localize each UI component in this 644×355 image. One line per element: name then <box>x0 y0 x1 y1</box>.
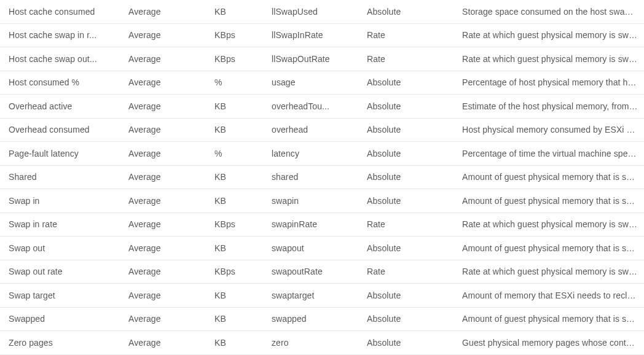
cell-internal: llSwapOutRate <box>263 54 358 64</box>
cell-stats: Absolute <box>358 243 454 253</box>
table-row[interactable]: Swap inAverageKBswapinAbsoluteAmount of … <box>0 189 644 213</box>
cell-unit: KBps <box>206 267 263 276</box>
cell-desc: Amount of memory that ESXi needs to recl… <box>454 291 644 300</box>
cell-stats: Absolute <box>358 172 454 182</box>
cell-rollup: Average <box>120 125 206 135</box>
cell-desc: Storage space consumed on the host swap … <box>454 7 644 17</box>
table-row[interactable]: Page-fault latencyAverage%latencyAbsolut… <box>0 142 644 166</box>
cell-internal: overhead <box>263 125 358 135</box>
cell-rollup: Average <box>120 77 206 87</box>
cell-unit: KBps <box>206 30 263 40</box>
cell-unit: KB <box>206 314 263 324</box>
cell-name: Shared <box>0 172 120 182</box>
cell-desc: Amount of guest physical memory that is … <box>454 172 644 182</box>
cell-desc: Rate at which guest physical memory is s… <box>454 267 644 276</box>
table-row[interactable]: Host cache swap in r...AverageKBpsllSwap… <box>0 24 644 48</box>
cell-internal: latency <box>263 149 358 158</box>
cell-name: Host consumed % <box>0 77 120 87</box>
cell-unit: KB <box>206 338 263 348</box>
table-row[interactable]: SharedAverageKBsharedAbsoluteAmount of g… <box>0 166 644 190</box>
cell-unit: KB <box>206 7 263 17</box>
cell-rollup: Average <box>120 219 206 229</box>
cell-stats: Rate <box>358 219 454 229</box>
cell-desc: Amount of guest physical memory that is … <box>454 314 644 324</box>
cell-rollup: Average <box>120 243 206 253</box>
cell-name: Swap out rate <box>0 267 120 276</box>
table-row[interactable]: SwappedAverageKBswappedAbsoluteAmount of… <box>0 308 644 332</box>
cell-stats: Absolute <box>358 196 454 206</box>
cell-name: Overhead consumed <box>0 125 120 135</box>
cell-name: Page-fault latency <box>0 149 120 158</box>
table-row[interactable]: Overhead consumedAverageKBoverheadAbsolu… <box>0 119 644 142</box>
cell-desc: Guest physical memory pages whose conte.… <box>454 338 644 348</box>
cell-name: Zero pages <box>0 338 120 348</box>
cell-internal: swapout <box>263 243 358 253</box>
cell-internal: shared <box>263 172 358 182</box>
cell-name: Host cache consumed <box>0 7 120 17</box>
cell-unit: % <box>206 149 263 158</box>
table-row[interactable]: Swap outAverageKBswapoutAbsoluteAmount o… <box>0 236 644 260</box>
cell-internal: swaptarget <box>263 291 358 300</box>
cell-internal: llSwapUsed <box>263 7 358 17</box>
cell-stats: Absolute <box>358 101 454 111</box>
cell-stats: Absolute <box>358 77 454 87</box>
cell-internal: swapoutRate <box>263 267 358 276</box>
cell-desc: Estimate of the host physical memory, fr… <box>454 101 644 111</box>
cell-name: Host cache swap in r... <box>0 30 120 40</box>
cell-internal: overheadTou... <box>263 101 358 111</box>
cell-desc: Amount of guest physical memory that is … <box>454 243 644 253</box>
table-row[interactable]: Swap in rateAverageKBpsswapinRateRateRat… <box>0 213 644 237</box>
cell-internal: swapinRate <box>263 219 358 229</box>
cell-rollup: Average <box>120 149 206 158</box>
cell-rollup: Average <box>120 338 206 348</box>
cell-name: Host cache swap out... <box>0 54 120 64</box>
cell-desc: Rate at which guest physical memory is s… <box>454 30 644 40</box>
table-row[interactable]: Swap out rateAverageKBpsswapoutRateRateR… <box>0 260 644 284</box>
cell-unit: % <box>206 77 263 87</box>
table-row[interactable]: Host consumed %Average%usageAbsolutePerc… <box>0 71 644 95</box>
cell-stats: Absolute <box>358 338 454 348</box>
cell-stats: Absolute <box>358 314 454 324</box>
table-row[interactable]: Host cache swap out...AverageKBpsllSwapO… <box>0 47 644 71</box>
cell-internal: llSwapInRate <box>263 30 358 40</box>
cell-stats: Rate <box>358 54 454 64</box>
cell-desc: Rate at which guest physical memory is s… <box>454 54 644 64</box>
cell-internal: swapin <box>263 196 358 206</box>
cell-desc: Percentage of host physical memory that … <box>454 77 644 87</box>
cell-unit: KBps <box>206 54 263 64</box>
cell-name: Overhead active <box>0 101 120 111</box>
cell-rollup: Average <box>120 196 206 206</box>
cell-unit: KB <box>206 172 263 182</box>
table-row[interactable]: Zero pagesAverageKBzeroAbsoluteGuest phy… <box>0 331 644 355</box>
cell-rollup: Average <box>120 291 206 300</box>
cell-unit: KB <box>206 243 263 253</box>
cell-stats: Absolute <box>358 125 454 135</box>
cell-name: Swap out <box>0 243 120 253</box>
table-row[interactable]: Swap targetAverageKBswaptargetAbsoluteAm… <box>0 284 644 308</box>
cell-stats: Absolute <box>358 7 454 17</box>
cell-unit: KBps <box>206 219 263 229</box>
cell-stats: Rate <box>358 267 454 276</box>
cell-unit: KB <box>206 291 263 300</box>
cell-desc: Host physical memory consumed by ESXi d.… <box>454 125 644 135</box>
cell-name: Swap target <box>0 291 120 300</box>
cell-unit: KB <box>206 125 263 135</box>
cell-internal: swapped <box>263 314 358 324</box>
cell-desc: Percentage of time the virtual machine s… <box>454 149 644 158</box>
cell-name: Swap in <box>0 196 120 206</box>
cell-desc: Rate at which guest physical memory is s… <box>454 219 644 229</box>
table-row[interactable]: Overhead activeAverageKBoverheadTou...Ab… <box>0 95 644 119</box>
cell-rollup: Average <box>120 7 206 17</box>
cell-name: Swapped <box>0 314 120 324</box>
cell-unit: KB <box>206 101 263 111</box>
cell-rollup: Average <box>120 172 206 182</box>
table-row[interactable]: Host cache consumedAverageKBllSwapUsedAb… <box>0 0 644 24</box>
cell-stats: Absolute <box>358 149 454 158</box>
cell-name: Swap in rate <box>0 219 120 229</box>
cell-rollup: Average <box>120 101 206 111</box>
cell-rollup: Average <box>120 267 206 276</box>
cell-stats: Absolute <box>358 291 454 300</box>
cell-unit: KB <box>206 196 263 206</box>
cell-internal: zero <box>263 338 358 348</box>
cell-internal: usage <box>263 77 358 87</box>
